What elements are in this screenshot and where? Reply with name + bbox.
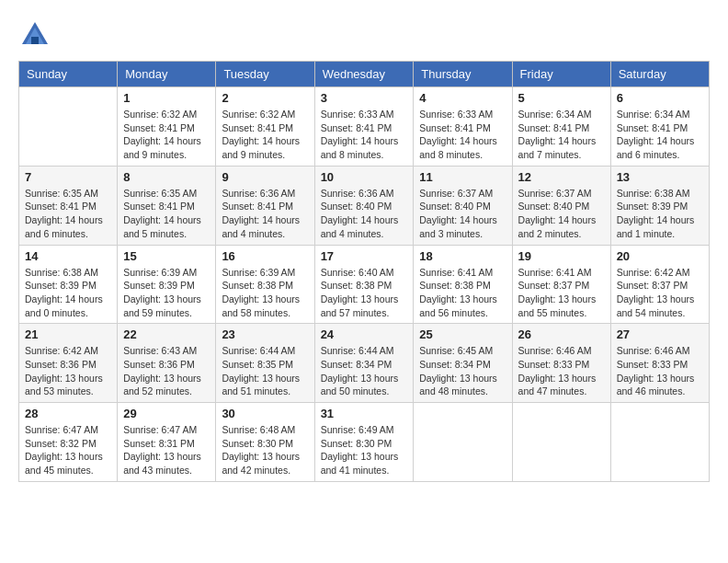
calendar-cell: 22Sunrise: 6:43 AM Sunset: 8:36 PM Dayli…: [118, 324, 216, 403]
day-number: 16: [222, 249, 308, 263]
day-info: Sunrise: 6:46 AM Sunset: 8:33 PM Dayligh…: [617, 344, 703, 398]
day-info: Sunrise: 6:37 AM Sunset: 8:40 PM Dayligh…: [419, 187, 506, 241]
day-info: Sunrise: 6:33 AM Sunset: 8:41 PM Dayligh…: [419, 108, 506, 162]
calendar-cell: 1Sunrise: 6:32 AM Sunset: 8:41 PM Daylig…: [118, 87, 216, 167]
calendar-week-row: 21Sunrise: 6:42 AM Sunset: 8:36 PM Dayli…: [19, 324, 710, 403]
calendar-cell: 6Sunrise: 6:34 AM Sunset: 8:41 PM Daylig…: [610, 87, 709, 167]
calendar-week-row: 1Sunrise: 6:32 AM Sunset: 8:41 PM Daylig…: [19, 87, 710, 167]
day-info: Sunrise: 6:38 AM Sunset: 8:39 PM Dayligh…: [617, 187, 703, 241]
calendar-week-row: 28Sunrise: 6:47 AM Sunset: 8:32 PM Dayli…: [19, 403, 710, 482]
day-info: Sunrise: 6:45 AM Sunset: 8:34 PM Dayligh…: [419, 344, 506, 398]
day-number: 10: [321, 170, 408, 184]
day-header-monday: Monday: [118, 62, 216, 87]
calendar-cell: 28Sunrise: 6:47 AM Sunset: 8:32 PM Dayli…: [19, 403, 118, 482]
day-header-thursday: Thursday: [414, 62, 512, 87]
day-info: Sunrise: 6:36 AM Sunset: 8:40 PM Dayligh…: [321, 187, 408, 241]
calendar-cell: 25Sunrise: 6:45 AM Sunset: 8:34 PM Dayli…: [414, 324, 512, 403]
day-info: Sunrise: 6:48 AM Sunset: 8:30 PM Dayligh…: [222, 423, 308, 477]
day-number: 1: [123, 91, 210, 105]
day-info: Sunrise: 6:32 AM Sunset: 8:41 PM Dayligh…: [123, 108, 210, 162]
day-number: 7: [25, 170, 111, 184]
calendar-cell: 4Sunrise: 6:33 AM Sunset: 8:41 PM Daylig…: [414, 87, 512, 167]
calendar-cell: 18Sunrise: 6:41 AM Sunset: 8:38 PM Dayli…: [414, 245, 512, 324]
day-number: 19: [518, 249, 605, 263]
calendar-cell: 11Sunrise: 6:37 AM Sunset: 8:40 PM Dayli…: [414, 166, 512, 245]
day-info: Sunrise: 6:34 AM Sunset: 8:41 PM Dayligh…: [617, 108, 703, 162]
day-number: 27: [617, 327, 703, 341]
day-info: Sunrise: 6:41 AM Sunset: 8:37 PM Dayligh…: [518, 266, 605, 320]
day-number: 21: [25, 327, 111, 341]
calendar-table: SundayMondayTuesdayWednesdayThursdayFrid…: [18, 61, 710, 482]
calendar-cell: 29Sunrise: 6:47 AM Sunset: 8:31 PM Dayli…: [118, 403, 216, 482]
day-number: 30: [222, 407, 308, 420]
day-info: Sunrise: 6:37 AM Sunset: 8:40 PM Dayligh…: [518, 187, 605, 241]
calendar-cell: [610, 403, 709, 482]
day-number: 13: [617, 170, 703, 184]
day-number: 22: [123, 327, 210, 341]
day-header-saturday: Saturday: [610, 62, 709, 87]
day-info: Sunrise: 6:44 AM Sunset: 8:35 PM Dayligh…: [222, 344, 308, 398]
day-info: Sunrise: 6:44 AM Sunset: 8:34 PM Dayligh…: [321, 344, 408, 398]
day-header-sunday: Sunday: [19, 62, 118, 87]
day-info: Sunrise: 6:42 AM Sunset: 8:36 PM Dayligh…: [25, 344, 111, 398]
calendar-cell: [19, 87, 118, 167]
day-number: 15: [123, 249, 210, 263]
calendar-cell: 30Sunrise: 6:48 AM Sunset: 8:30 PM Dayli…: [216, 403, 314, 482]
calendar-cell: 23Sunrise: 6:44 AM Sunset: 8:35 PM Dayli…: [216, 324, 314, 403]
day-number: 2: [222, 91, 308, 105]
day-info: Sunrise: 6:39 AM Sunset: 8:39 PM Dayligh…: [123, 266, 210, 320]
calendar-cell: 14Sunrise: 6:38 AM Sunset: 8:39 PM Dayli…: [19, 245, 118, 324]
day-number: 14: [25, 249, 111, 263]
day-info: Sunrise: 6:35 AM Sunset: 8:41 PM Dayligh…: [25, 187, 111, 241]
day-info: Sunrise: 6:42 AM Sunset: 8:37 PM Dayligh…: [617, 266, 703, 320]
calendar-cell: 15Sunrise: 6:39 AM Sunset: 8:39 PM Dayli…: [118, 245, 216, 324]
calendar-cell: 20Sunrise: 6:42 AM Sunset: 8:37 PM Dayli…: [610, 245, 709, 324]
day-number: 5: [518, 91, 605, 105]
day-number: 6: [617, 91, 703, 105]
calendar-cell: 19Sunrise: 6:41 AM Sunset: 8:37 PM Dayli…: [512, 245, 610, 324]
calendar-header-row: SundayMondayTuesdayWednesdayThursdayFrid…: [19, 62, 710, 87]
day-info: Sunrise: 6:47 AM Sunset: 8:32 PM Dayligh…: [25, 423, 111, 477]
day-number: 29: [123, 407, 210, 420]
day-number: 20: [617, 249, 703, 263]
calendar-cell: 5Sunrise: 6:34 AM Sunset: 8:41 PM Daylig…: [512, 87, 610, 167]
day-info: Sunrise: 6:41 AM Sunset: 8:38 PM Dayligh…: [419, 266, 506, 320]
day-info: Sunrise: 6:49 AM Sunset: 8:30 PM Dayligh…: [321, 423, 408, 477]
day-info: Sunrise: 6:34 AM Sunset: 8:41 PM Dayligh…: [518, 108, 605, 162]
calendar-cell: 17Sunrise: 6:40 AM Sunset: 8:38 PM Dayli…: [314, 245, 414, 324]
calendar-cell: 31Sunrise: 6:49 AM Sunset: 8:30 PM Dayli…: [314, 403, 414, 482]
day-number: 12: [518, 170, 605, 184]
calendar-cell: 13Sunrise: 6:38 AM Sunset: 8:39 PM Dayli…: [610, 166, 709, 245]
day-number: 18: [419, 249, 506, 263]
day-number: 9: [222, 170, 308, 184]
day-number: 25: [419, 327, 506, 341]
day-number: 28: [25, 407, 111, 420]
day-info: Sunrise: 6:33 AM Sunset: 8:41 PM Dayligh…: [321, 108, 408, 162]
logo: [18, 18, 55, 52]
day-info: Sunrise: 6:43 AM Sunset: 8:36 PM Dayligh…: [123, 344, 210, 398]
calendar-cell: 8Sunrise: 6:35 AM Sunset: 8:41 PM Daylig…: [118, 166, 216, 245]
calendar-cell: 9Sunrise: 6:36 AM Sunset: 8:41 PM Daylig…: [216, 166, 314, 245]
calendar-cell: 7Sunrise: 6:35 AM Sunset: 8:41 PM Daylig…: [19, 166, 118, 245]
calendar-cell: 10Sunrise: 6:36 AM Sunset: 8:40 PM Dayli…: [314, 166, 414, 245]
day-info: Sunrise: 6:36 AM Sunset: 8:41 PM Dayligh…: [222, 187, 308, 241]
day-info: Sunrise: 6:32 AM Sunset: 8:41 PM Dayligh…: [222, 108, 308, 162]
day-number: 11: [419, 170, 506, 184]
day-number: 17: [321, 249, 408, 263]
day-number: 4: [419, 91, 506, 105]
calendar-cell: 26Sunrise: 6:46 AM Sunset: 8:33 PM Dayli…: [512, 324, 610, 403]
calendar-week-row: 7Sunrise: 6:35 AM Sunset: 8:41 PM Daylig…: [19, 166, 710, 245]
day-number: 3: [321, 91, 408, 105]
day-info: Sunrise: 6:46 AM Sunset: 8:33 PM Dayligh…: [518, 344, 605, 398]
day-number: 26: [518, 327, 605, 341]
day-info: Sunrise: 6:38 AM Sunset: 8:39 PM Dayligh…: [25, 266, 111, 320]
day-header-tuesday: Tuesday: [216, 62, 314, 87]
day-header-friday: Friday: [512, 62, 610, 87]
calendar-cell: 24Sunrise: 6:44 AM Sunset: 8:34 PM Dayli…: [314, 324, 414, 403]
page-header: [18, 18, 710, 52]
calendar-cell: [512, 403, 610, 482]
svg-rect-2: [31, 37, 39, 44]
calendar-cell: 12Sunrise: 6:37 AM Sunset: 8:40 PM Dayli…: [512, 166, 610, 245]
day-info: Sunrise: 6:40 AM Sunset: 8:38 PM Dayligh…: [321, 266, 408, 320]
calendar-cell: 21Sunrise: 6:42 AM Sunset: 8:36 PM Dayli…: [19, 324, 118, 403]
